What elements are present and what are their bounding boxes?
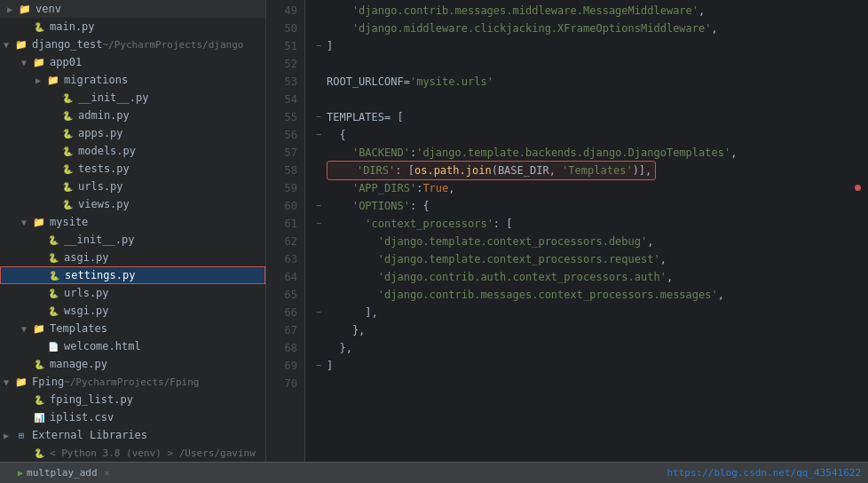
sidebar: ▶ 📁 venv 🐍 main.py ▼ 📁 django_test ~/Pyc… — [0, 0, 266, 462]
sidebar-item-manage-py[interactable]: 🐍 manage.py — [0, 355, 265, 373]
item-label: migrations — [64, 74, 128, 86]
sidebar-item-models-py[interactable]: 🐍 models.py — [0, 142, 265, 160]
run-tab[interactable]: ▶ multplay_add ✕ — [7, 465, 121, 480]
sidebar-item-urls-mysite[interactable]: 🐍 urls.py — [0, 284, 265, 302]
fold-arrow-61[interactable]: − — [316, 215, 327, 233]
fold-arrow-51[interactable]: − — [316, 37, 327, 55]
code-text: BASE_DIR — [498, 164, 549, 177]
code-area: 49 50 51 52 53 54 55 56 57 58 59 60 61 6… — [266, 0, 868, 462]
code-line-58: 'DIRS': [os.path.join(BASE_DIR, 'Templat… — [316, 162, 868, 179]
sidebar-item-app01[interactable]: ▼ 📁 app01 — [0, 53, 265, 71]
sidebar-item-fping[interactable]: ▼ 📁 Fping ~/PycharmProjects/Fping — [0, 373, 265, 391]
py-file-icon: 🐍 — [46, 286, 60, 300]
item-label: Templates — [50, 322, 107, 335]
code-text: 'django.template.backends.django.DjangoT… — [416, 144, 730, 162]
code-line-54 — [316, 91, 868, 108]
sidebar-item-apps-py[interactable]: 🐍 apps.py — [0, 124, 265, 142]
sidebar-item-urls-app01[interactable]: 🐍 urls.py — [0, 178, 265, 195]
item-label: models.py — [78, 145, 136, 157]
folder-icon: 📁 — [32, 55, 46, 69]
sidebar-item-migrations[interactable]: ▶ 📁 migrations — [0, 71, 265, 89]
code-text: , — [667, 268, 673, 286]
sidebar-item-iplist-csv[interactable]: 📊 iplist.csv — [0, 408, 265, 426]
item-label: Fping — [32, 376, 64, 388]
arrow-icon: ▼ — [21, 58, 32, 67]
sidebar-item-fping-list-py[interactable]: 🐍 fping_list.py — [0, 391, 265, 408]
code-text — [327, 144, 352, 162]
code-line-65: 'django.contrib.messages.context_process… — [316, 286, 868, 304]
python-icon: 🐍 — [32, 446, 46, 460]
sidebar-item-admin-py[interactable]: 🐍 admin.py — [0, 107, 265, 124]
sidebar-item-settings-py[interactable]: 🐍 settings.py — [0, 266, 265, 284]
sidebar-item-welcome-html[interactable]: 📄 welcome.html — [0, 337, 265, 355]
code-text: 'context_processors' — [365, 215, 493, 233]
code-line-55: − TEMPLATES = [ — [316, 108, 868, 126]
folder-icon: 📁 — [46, 73, 60, 87]
py-file-icon: 🐍 — [60, 179, 75, 194]
code-line-64: 'django.contrib.auth.context_processors.… — [316, 268, 868, 286]
sidebar-item-templates[interactable]: ▼ 📁 Templates — [0, 320, 265, 337]
code-line-51: − ] — [316, 37, 868, 55]
red-dot — [855, 185, 861, 191]
code-text: 'mysite.urls' — [410, 73, 493, 91]
sidebar-item-init-mysite[interactable]: 🐍 __init__.py — [0, 231, 265, 249]
arrow-icon: ▼ — [21, 218, 32, 227]
sidebar-item-views-py[interactable]: 🐍 views.py — [0, 195, 265, 213]
code-text: : [ — [395, 164, 414, 177]
sidebar-item-asgi-py[interactable]: 🐍 asgi.py — [0, 249, 265, 266]
sidebar-item-django-test[interactable]: ▼ 📁 django_test ~/PycharmProjects/django — [0, 36, 265, 53]
py-file-icon: 🐍 — [46, 233, 60, 247]
sidebar-item-mysite[interactable]: ▼ 📁 mysite — [0, 213, 265, 231]
code-text: : — [416, 179, 422, 197]
code-text: , — [549, 164, 562, 177]
py-file-icon: 🐍 — [60, 108, 75, 123]
code-text — [327, 250, 378, 268]
code-line-50: 'django.middleware.clickjacking.XFrameOp… — [316, 20, 868, 37]
code-text: , — [730, 144, 737, 162]
main-area: ▶ 📁 venv 🐍 main.py ▼ 📁 django_test ~/Pyc… — [0, 0, 868, 462]
sidebar-item-ext-libs[interactable]: ▶ ⊞ External Libraries — [0, 426, 265, 444]
arrow-icon: ▼ — [4, 377, 14, 387]
code-text: , — [647, 233, 653, 250]
item-label: wsgi.py — [64, 305, 109, 317]
code-line-59: 'APP_DIRS': True, — [316, 179, 868, 197]
py-file-icon: 🐍 — [60, 197, 75, 211]
fold-arrow-69[interactable]: − — [316, 357, 327, 375]
close-tab-icon[interactable]: ✕ — [105, 468, 110, 478]
code-text — [327, 233, 378, 250]
py-file-icon: 🐍 — [60, 126, 75, 140]
item-label: urls.py — [78, 180, 123, 193]
item-path: ~/PycharmProjects/django — [102, 39, 243, 51]
folder-icon: 📁 — [18, 2, 32, 16]
sidebar-item-main-py[interactable]: 🐍 main.py — [0, 18, 265, 36]
libs-icon: ⊞ — [14, 428, 28, 442]
item-label: __init__.py — [78, 91, 148, 104]
code-text: ], — [327, 304, 378, 321]
fold-arrow-66[interactable]: − — [316, 304, 327, 321]
sidebar-item-python-venv[interactable]: 🐍 < Python 3.8 (venv) > /Users/gavinw — [0, 444, 265, 462]
item-label: venv — [36, 3, 61, 15]
fold-arrow-55[interactable]: − — [316, 108, 327, 126]
fold-arrow-60[interactable]: − — [316, 197, 327, 215]
sidebar-item-init-py[interactable]: 🐍 __init__.py — [0, 89, 265, 107]
fold-arrow-56[interactable]: − — [316, 126, 327, 144]
py-file-icon: 🐍 — [60, 91, 75, 105]
code-text: : — [410, 144, 416, 162]
sidebar-item-venv[interactable]: ▶ 📁 venv — [0, 0, 265, 18]
status-url: https://blog.csdn.net/qq_43541622 — [667, 467, 861, 479]
item-label: fping_list.py — [50, 393, 133, 406]
code-text: 'django.template.context_processors.debu… — [378, 233, 647, 250]
code-text — [327, 286, 378, 304]
code-text: , — [711, 20, 717, 37]
folder-icon: 📁 — [32, 215, 46, 229]
item-label: django_test — [32, 38, 102, 51]
code-text: : { — [410, 197, 430, 215]
py-file-icon: 🐍 — [47, 268, 61, 282]
sidebar-item-wsgi-py[interactable]: 🐍 wsgi.py — [0, 302, 265, 320]
arrow-icon: ▶ — [4, 431, 14, 440]
code-text: ( — [492, 164, 498, 177]
code-text: 'django.template.context_processors.requ… — [378, 250, 660, 268]
item-label: app01 — [50, 56, 82, 68]
sidebar-item-tests-py[interactable]: 🐍 tests.py — [0, 160, 265, 178]
item-label: External Libraries — [32, 429, 147, 441]
